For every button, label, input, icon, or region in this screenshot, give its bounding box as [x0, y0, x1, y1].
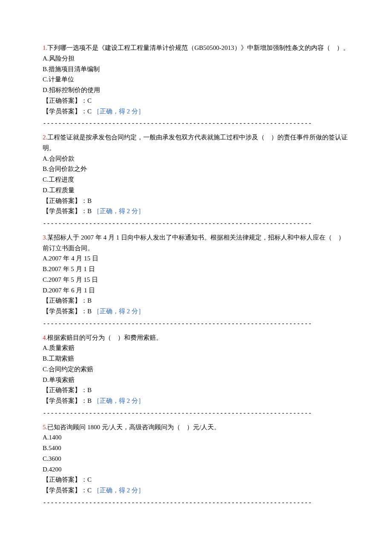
correct-answer-value: B	[87, 297, 92, 304]
correct-answer-label: 【正确答案】：	[43, 476, 87, 483]
correct-answer-value: C	[87, 476, 92, 483]
student-answer-label: 【学员答案】：	[43, 397, 87, 404]
question-text: 4.根据索赔目的可分为（ ）和费用索赔。	[43, 332, 349, 343]
question-body: 工程签证就是按承发包合同约定，一般由承发包双方代表就施工过程中涉及（ ）的责任事…	[43, 134, 348, 151]
divider: ----------------------------------------…	[43, 218, 349, 229]
option: D.2007 年 6 月 1 日	[43, 285, 349, 296]
question-text: 5.已知咨询顾问 1800 元/人天，高级咨询顾问为（ ）元/人天。	[43, 422, 349, 433]
correct-answer-line: 【正确答案】：B	[43, 196, 349, 206]
question-body: 某招标人于 2007 年 4 月 1 日向中标人发出了中标通知书。根据相关法律规…	[43, 234, 345, 251]
correct-answer-value: C	[87, 97, 92, 104]
option: B.5400	[43, 443, 349, 454]
correct-answer-line: 【正确答案】：B	[43, 295, 349, 306]
student-answer-value: C	[87, 487, 92, 494]
option: C.3600	[43, 454, 349, 464]
student-answer-label: 【学员答案】：	[43, 208, 87, 214]
correct-answer-label: 【正确答案】：	[43, 197, 87, 204]
student-answer-label: 【学员答案】：	[43, 487, 87, 494]
divider: ----------------------------------------…	[43, 497, 349, 508]
score-note: ［正确，得 2 分］	[93, 397, 144, 404]
question-number: 3.	[43, 234, 47, 241]
question-text: 2.工程签证就是按承发包合同约定，一般由承发包双方代表就施工过程中涉及（ ）的责…	[43, 132, 349, 153]
question-block: 3.某招标人于 2007 年 4 月 1 日向中标人发出了中标通知书。根据相关法…	[43, 232, 349, 317]
student-answer-line: 【学员答案】：C ［正确，得 2 分］	[43, 106, 349, 117]
option: C.工程进度	[43, 174, 349, 185]
student-answer-value: B	[87, 208, 92, 214]
student-answer-line: 【学员答案】：B ［正确，得 2 分］	[43, 396, 349, 406]
question-number: 2.	[43, 134, 47, 141]
question-text: 3.某招标人于 2007 年 4 月 1 日向中标人发出了中标通知书。根据相关法…	[43, 232, 349, 254]
option: A.风险分担	[43, 53, 349, 64]
question-list: 1.下列哪一选项不是《建设工程工程量清单计价规范（GB50500-2013）》中…	[43, 43, 349, 508]
correct-answer-label: 【正确答案】：	[43, 387, 87, 393]
correct-answer-label: 【正确答案】：	[43, 297, 87, 304]
correct-answer-value: B	[87, 197, 92, 204]
question-block: 1.下列哪一选项不是《建设工程工程量清单计价规范（GB50500-2013）》中…	[43, 43, 349, 116]
divider: ----------------------------------------…	[43, 318, 349, 329]
option: C.计量单位	[43, 74, 349, 85]
score-note: ［正确，得 2 分］	[93, 208, 144, 214]
student-answer-label: 【学员答案】：	[43, 108, 87, 115]
score-note: ［正确，得 2 分］	[93, 108, 144, 115]
student-answer-value: C	[87, 108, 92, 115]
score-note: ［正确，得 2 分］	[93, 308, 144, 315]
student-answer-value: B	[87, 397, 92, 404]
correct-answer-line: 【正确答案】：C	[43, 474, 349, 485]
option: A.1400	[43, 432, 349, 443]
option: B.2007 年 5 月 1 日	[43, 264, 349, 275]
question-number: 5.	[43, 424, 47, 431]
question-number: 4.	[43, 334, 47, 341]
option: C.合同约定的索赔	[43, 364, 349, 375]
option: D.4200	[43, 464, 349, 475]
question-block: 2.工程签证就是按承发包合同约定，一般由承发包双方代表就施工过程中涉及（ ）的责…	[43, 132, 349, 217]
question-body: 根据索赔目的可分为（ ）和费用索赔。	[47, 334, 162, 341]
option: D.招标控制价的使用	[43, 85, 349, 95]
question-number: 1.	[43, 44, 47, 51]
student-answer-value: B	[87, 308, 92, 315]
score-note: ［正确，得 2 分］	[93, 487, 144, 494]
student-answer-line: 【学员答案】：C ［正确，得 2 分］	[43, 485, 349, 496]
option: B.措施项目清单编制	[43, 64, 349, 75]
option: D.工程质量	[43, 185, 349, 196]
option: B.合同价款之外	[43, 164, 349, 174]
question-block: 4.根据索赔目的可分为（ ）和费用索赔。A.质量索赔B.工期索赔C.合同约定的索…	[43, 332, 349, 406]
question-body: 下列哪一选项不是《建设工程工程量清单计价规范（GB50500-2013）》中新增…	[47, 44, 349, 51]
option: D.单项索赔	[43, 375, 349, 385]
correct-answer-value: B	[87, 387, 92, 393]
student-answer-line: 【学员答案】：B ［正确，得 2 分］	[43, 206, 349, 217]
option: B.工期索赔	[43, 353, 349, 364]
option: A.合同价款	[43, 153, 349, 164]
correct-answer-line: 【正确答案】：C	[43, 95, 349, 106]
option: A.质量索赔	[43, 343, 349, 353]
question-block: 5.已知咨询顾问 1800 元/人天，高级咨询顾问为（ ）元/人天。A.1400…	[43, 422, 349, 496]
student-answer-label: 【学员答案】：	[43, 308, 87, 315]
divider: ----------------------------------------…	[43, 408, 349, 419]
question-text: 1.下列哪一选项不是《建设工程工程量清单计价规范（GB50500-2013）》中…	[43, 43, 349, 53]
correct-answer-label: 【正确答案】：	[43, 97, 87, 104]
divider: ----------------------------------------…	[43, 118, 349, 129]
correct-answer-line: 【正确答案】：B	[43, 385, 349, 396]
option: A.2007 年 4 月 15 日	[43, 253, 349, 264]
student-answer-line: 【学员答案】：B ［正确，得 2 分］	[43, 306, 349, 317]
question-body: 已知咨询顾问 1800 元/人天，高级咨询顾问为（ ）元/人天。	[47, 424, 220, 431]
option: C.2007 年 5 月 15 日	[43, 275, 349, 285]
